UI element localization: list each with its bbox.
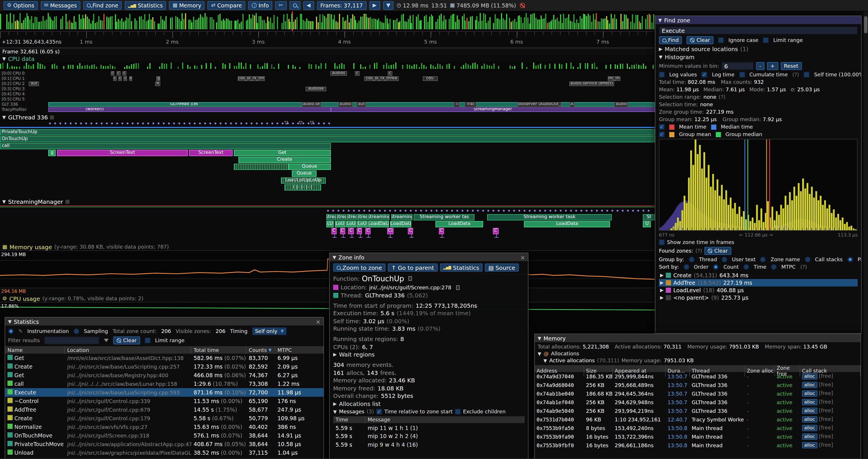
timeline-zone[interactable]: Strea xyxy=(347,214,357,220)
cpu-plot-header[interactable]: ⚙ CPU usage (y-range: 0.78%, visible dat… xyxy=(2,295,143,302)
timeline-zone[interactable]: PrivateTouchUp xyxy=(0,129,655,135)
histogram-option-checkbox[interactable] xyxy=(804,72,809,77)
timeline-zone[interactable]: cds_ol_rx_thr xyxy=(238,76,265,81)
timeline-zone[interactable]: C xyxy=(340,228,345,234)
message-dots[interactable] xyxy=(326,208,652,213)
timeline-zone[interactable]: aut xyxy=(29,81,39,86)
alloc-callstack-button[interactable]: alloc xyxy=(802,433,817,440)
collapse-icon[interactable]: ▼ xyxy=(8,319,11,324)
statistics-row[interactable]: Get/mnt/e/claw/src/claw/base/AssetDict.h… xyxy=(5,354,323,362)
radio-call-stacks[interactable] xyxy=(805,257,810,262)
goto-frame-button[interactable] xyxy=(289,1,300,10)
radio-thread[interactable] xyxy=(688,257,694,262)
frame-marker-icon[interactable]: ▽ xyxy=(299,120,302,125)
statistics-row[interactable]: Unloadjni/../jni/src/claw/graphics/pixel… xyxy=(5,448,323,457)
message-row[interactable]: 5.59 smip 11 w 1 h 1 (1) xyxy=(333,424,525,431)
group-stats-checkbox[interactable] xyxy=(659,131,664,137)
timing-dropdown[interactable]: Self only▼ xyxy=(252,327,287,335)
frame-dropdown-button[interactable]: ▼ xyxy=(383,1,394,10)
timeline-zone[interactable]: C xyxy=(439,228,444,234)
close-icon[interactable]: × xyxy=(316,318,320,325)
pin-icon[interactable] xyxy=(65,199,69,203)
found-zone-group[interactable]: ▶LoadLevel(18)406.88 µs xyxy=(659,287,858,294)
timeline-zone[interactable]: g xyxy=(157,76,161,81)
statistics-row[interactable]: Createjni/../jni/src/claw/base/LuaScript… xyxy=(5,362,323,371)
statistics-row[interactable]: Getjni/../jni/src/claw/base/Registry.hpp… xyxy=(5,371,323,380)
timeline-zone[interactable]: LU xyxy=(326,221,334,227)
timeline-zone[interactable]: c xyxy=(355,71,360,75)
message-dots[interactable] xyxy=(49,121,332,126)
next-frame-button[interactable]: ▶ xyxy=(369,1,380,10)
timeline-zone[interactable]: C xyxy=(357,228,362,234)
alloc-callstack-button[interactable]: alloc xyxy=(802,390,817,397)
histogram-option-checkbox[interactable] xyxy=(739,72,745,77)
timeline-zone[interactable]: LoadDaU xyxy=(390,221,411,227)
increment-button[interactable]: + xyxy=(767,62,778,70)
radio-time[interactable] xyxy=(743,264,749,270)
timeline-zone[interactable]: LoadData xyxy=(524,221,610,227)
timeline-zone[interactable]: audio: xyxy=(339,102,353,106)
instrumentation-radio[interactable] xyxy=(8,328,14,334)
timeline-zone[interactable]: c xyxy=(117,71,121,75)
messages-expander[interactable]: ▼ xyxy=(333,409,337,414)
gl-messages-row[interactable]: ▽▽▽ xyxy=(0,121,655,126)
limit-range-checkbox[interactable] xyxy=(145,337,151,343)
radio-order[interactable] xyxy=(683,264,689,270)
allocation-row[interactable]: 0x7553b9fa508 bytes153,492,240ns13:50.8M… xyxy=(535,424,861,432)
timeline-zone[interactable]: Ci xyxy=(387,228,394,234)
timeline-zone[interactable]: StreamingManager xyxy=(331,107,655,112)
timeline-zone[interactable]: c xyxy=(113,76,116,81)
timeline-zone[interactable]: audio xyxy=(614,102,628,106)
timeline-zone[interactable]: Streaming xyxy=(391,214,412,220)
allocation-row[interactable]: 0x7531d7b04096 KB1:10 234,952,16112:40.7… xyxy=(535,415,861,424)
decrement-button[interactable]: - xyxy=(756,62,765,70)
timeline-zone[interactable]: Strea xyxy=(358,214,367,220)
radio-parent[interactable] xyxy=(847,257,853,262)
alloc-callstack-button[interactable]: alloc xyxy=(802,373,817,380)
statistics-row[interactable]: Executejni/../jni/src/claw/base/LuaScrip… xyxy=(5,388,323,397)
timeline-zone[interactable]: ScreenText xyxy=(189,150,232,156)
find-button[interactable]: Find xyxy=(659,36,682,44)
memory-table-header[interactable]: AddressSizeAppeared at Dura...ThreadZone… xyxy=(535,365,861,372)
glthread-header[interactable]: ▼ GLThread 336 xyxy=(2,114,54,121)
close-icon[interactable]: × xyxy=(520,254,525,260)
memory-plot[interactable]: 294.19 MB xyxy=(0,250,655,288)
streaming-messages-row[interactable] xyxy=(0,208,655,213)
min-bin-input[interactable] xyxy=(721,62,753,70)
zone-statistics-button[interactable]: ▂▅▇Statistics xyxy=(440,264,483,271)
timeline-zone[interactable]: c xyxy=(119,76,122,81)
frames-strip[interactable] xyxy=(0,11,655,31)
sampling-radio[interactable] xyxy=(73,328,79,334)
source-location[interactable]: jni/../jni/src/guif/Screen.cpp:278 xyxy=(369,285,451,290)
time-axis[interactable]: +12:31 362,643,435ns 1 ms2 ms3 ms4 ms5 m… xyxy=(0,31,655,47)
matched-locations-expander[interactable]: ▶Matched source locations(1) xyxy=(659,46,858,52)
messages-button[interactable]: ✉Messages xyxy=(40,1,80,10)
allocation-row[interactable]: 0x74a9d68040256 KB295,668,489ns13:50.7GL… xyxy=(535,381,861,389)
alloc-callstack-button[interactable]: alloc xyxy=(802,442,817,448)
memory-titlebar[interactable]: ▼ Memory xyxy=(535,334,861,342)
timeline-zone[interactable]: audio.se xyxy=(302,102,321,106)
timeline-zone[interactable]: Strea xyxy=(337,214,346,220)
timeline-zone[interactable]: LoadData xyxy=(435,221,483,227)
frame-label-row[interactable]: Frame 32,661 (6.05 s) xyxy=(0,47,655,55)
found-zone-group[interactable]: ▶<no parent>(9)225.73 µs xyxy=(659,294,858,301)
find-zone-button[interactable]: Find zone xyxy=(83,1,122,10)
statistics-row[interactable]: AddTreejni/../jni/src/guif/Control.cpp:6… xyxy=(5,405,323,414)
timeline-zone[interactable]: g xyxy=(49,150,56,156)
timeline-zone[interactable]: C xyxy=(408,228,413,234)
radio-mtpc[interactable] xyxy=(771,264,777,270)
timeline-zone[interactable]: c xyxy=(111,71,115,75)
timeline-zone[interactable]: C xyxy=(493,228,498,234)
go-to-parent-button[interactable]: ↑Go to parent xyxy=(388,264,437,271)
timeline-zone[interactable] xyxy=(234,163,288,170)
memory-button[interactable]: ▦Memory xyxy=(169,1,205,10)
timeline-zone[interactable]: mi_th xyxy=(608,76,620,81)
compare-button[interactable]: ⇄Compare xyxy=(208,1,245,10)
alloc-callstack-button[interactable]: alloc xyxy=(802,425,817,431)
timeline-zone[interactable]: R xyxy=(155,81,160,86)
show-zone-time-checkbox[interactable] xyxy=(659,239,664,245)
collapse-icon[interactable]: ▼ xyxy=(333,255,336,260)
ignore-case-checkbox[interactable] xyxy=(718,37,724,43)
limit-range-checkbox[interactable] xyxy=(763,37,769,43)
clear-filter-button[interactable]: Clear xyxy=(114,336,140,345)
